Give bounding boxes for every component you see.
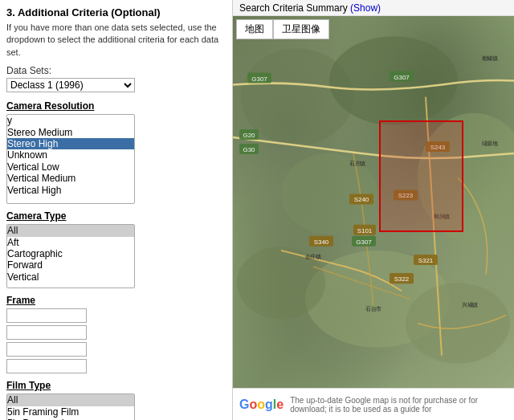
ct-option-all[interactable]: All xyxy=(7,225,134,236)
google-logo: Google xyxy=(239,398,284,412)
frame-section: Frame xyxy=(6,295,226,373)
ct-option-cartographic[interactable]: Cartographic xyxy=(7,248,134,259)
svg-text:绿源地: 绿源地 xyxy=(482,141,499,146)
svg-text:S321: S321 xyxy=(418,257,434,264)
svg-point-0 xyxy=(241,48,353,145)
cr-option-vertical-low[interactable]: Vertical Low xyxy=(7,161,134,173)
right-panel: Search Criteria Summary (Show) 地图 卫星图像 xyxy=(233,0,514,420)
film-type-title: Film Type xyxy=(6,380,226,391)
svg-point-2 xyxy=(281,153,377,234)
cr-option-vertical-high[interactable]: Vertical High xyxy=(7,185,134,196)
cr-option-stereo-medium[interactable]: Stereo Medium xyxy=(7,127,134,138)
cr-option-y[interactable]: y xyxy=(7,115,134,126)
svg-text:G30: G30 xyxy=(243,146,255,153)
svg-rect-27 xyxy=(390,273,414,283)
cr-option-stereo-high[interactable]: Stereo High xyxy=(7,138,134,149)
ft-option-5in-framing[interactable]: 5in Framing Film xyxy=(7,406,134,418)
svg-text:S322: S322 xyxy=(394,275,410,283)
svg-text:相城镇: 相城镇 xyxy=(482,55,499,62)
camera-resolution-select[interactable]: y Stereo Medium Stereo High Unknown Vert… xyxy=(6,114,135,204)
svg-rect-17 xyxy=(353,225,376,235)
svg-rect-29 xyxy=(352,236,376,247)
cr-option-unknown[interactable]: Unknown xyxy=(7,149,134,161)
camera-type-select[interactable]: All Aft Cartographic Forward Vertical xyxy=(6,224,135,288)
ct-option-forward[interactable]: Forward xyxy=(7,259,134,271)
svg-text:S340: S340 xyxy=(314,239,329,246)
frame-inputs xyxy=(6,308,226,373)
left-panel: 3. Additional Criteria (Optional) If you… xyxy=(0,0,233,420)
frame-input-2[interactable] xyxy=(6,325,87,340)
camera-resolution-title: Camera Resolution xyxy=(6,100,226,112)
frame-title: Frame xyxy=(6,295,226,306)
map-bottom-bar: Google The up-to-date Google map is not … xyxy=(233,388,514,420)
dataset-label: Data Sets: xyxy=(6,65,226,76)
map-tabs: 地图 卫星图像 xyxy=(236,19,329,39)
section-desc: If you have more than one data sets sele… xyxy=(6,22,226,59)
svg-text:会庄镇: 会庄镇 xyxy=(305,254,322,260)
svg-rect-9 xyxy=(390,71,414,81)
film-type-section: Film Type All 5in Framing Film 5in Panor… xyxy=(6,380,226,420)
frame-input-1[interactable] xyxy=(6,308,87,323)
ct-option-vertical[interactable]: Vertical xyxy=(7,271,134,283)
svg-text:G307: G307 xyxy=(251,75,267,82)
svg-point-6 xyxy=(406,283,510,364)
svg-rect-25 xyxy=(414,255,438,265)
film-type-select[interactable]: All 5in Framing Film 5in Panoramic 70mm … xyxy=(6,393,135,420)
svg-point-4 xyxy=(305,251,450,348)
svg-rect-15 xyxy=(349,194,373,204)
frame-input-4[interactable] xyxy=(6,359,87,373)
svg-text:S101: S101 xyxy=(357,227,373,234)
svg-text:S240: S240 xyxy=(354,196,369,203)
map-background: G307 G307 G20 G30 S240 S101 S340 S223 S2… xyxy=(233,16,514,388)
ft-option-all[interactable]: All xyxy=(7,394,134,406)
svg-rect-19 xyxy=(309,236,333,247)
camera-resolution-section: Camera Resolution y Stereo Medium Stereo… xyxy=(6,100,226,204)
map-overlay: G307 G307 G20 G30 S240 S101 S340 S223 S2… xyxy=(233,16,514,388)
map-disclaimer: The up-to-date Google map is not for pur… xyxy=(290,396,508,414)
svg-text:石庄镇: 石庄镇 xyxy=(349,161,366,167)
svg-text:石台市: 石台市 xyxy=(365,306,382,312)
dataset-row: Data Sets: Declass 1 (1996) xyxy=(6,65,226,92)
svg-text:兴城镇: 兴城镇 xyxy=(462,302,479,308)
tab-map[interactable]: 地图 xyxy=(236,19,273,39)
frame-input-3[interactable] xyxy=(6,342,87,357)
tab-satellite[interactable]: 卫星图像 xyxy=(273,19,329,39)
svg-text:G20: G20 xyxy=(243,132,255,139)
map-container[interactable]: 地图 卫星图像 xyxy=(233,16,514,420)
cr-option-vertical-medium[interactable]: Vertical Medium xyxy=(7,173,134,184)
camera-type-title: Camera Type xyxy=(6,210,226,222)
criteria-summary-bar: Search Criteria Summary (Show) xyxy=(233,0,514,16)
section-title: 3. Additional Criteria (Optional) xyxy=(6,6,226,18)
svg-point-1 xyxy=(329,36,458,125)
dataset-select[interactable]: Declass 1 (1996) xyxy=(6,78,135,92)
svg-text:G307: G307 xyxy=(394,73,410,80)
ct-option-aft[interactable]: Aft xyxy=(7,237,134,248)
summary-title: Search Criteria Summary xyxy=(239,2,348,14)
selection-rectangle xyxy=(379,120,463,232)
svg-rect-7 xyxy=(247,72,271,83)
camera-type-section: Camera Type All Aft Cartographic Forward… xyxy=(6,210,226,288)
svg-rect-13 xyxy=(239,144,259,154)
svg-text:G307: G307 xyxy=(356,239,372,246)
summary-show-link[interactable]: (Show) xyxy=(350,2,381,14)
svg-rect-11 xyxy=(239,129,259,140)
svg-point-5 xyxy=(237,247,325,320)
